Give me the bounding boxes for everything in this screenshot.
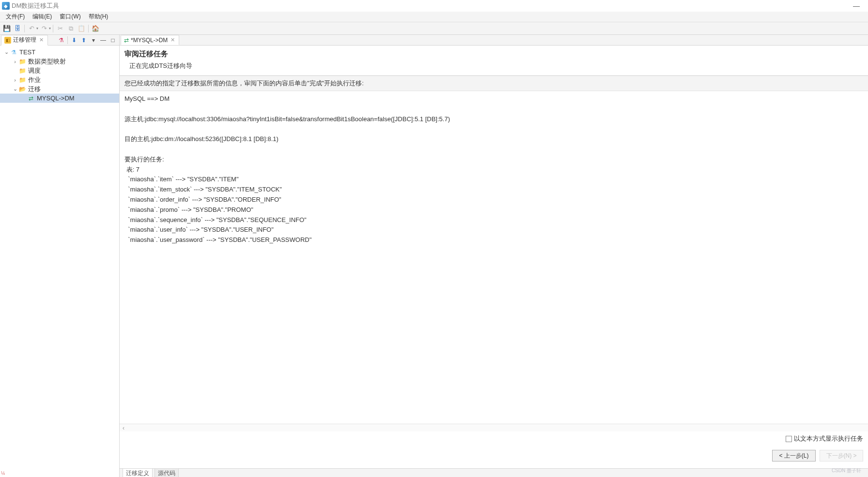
expand-icon[interactable]: › — [12, 59, 18, 64]
scroll-left-icon[interactable]: ‹ — [120, 425, 127, 431]
home-icon[interactable]: 🏠 — [91, 24, 100, 33]
app-icon: ◆ — [2, 2, 10, 10]
info-message: 您已经成功的指定了迁移数据所需的信息，审阅下面的内容后单击"完成"开始执行迁移: — [120, 76, 868, 91]
migration-manager-icon: ◧ — [4, 37, 11, 44]
collapse-icon[interactable]: ⌄ — [3, 49, 10, 55]
save-all-icon[interactable]: 🗄 — [13, 24, 22, 33]
title-bar: ◆ DM数据迁移工具 — — [0, 0, 868, 12]
tree-label: TEST — [19, 48, 35, 56]
copy-icon: ⧉ — [66, 24, 76, 33]
sidebar: ◧ 迁移管理 ✕ ⚗ ⬇ ⬆ ▾ — □ ⌄ ⚗ TEST › 📁 — [0, 35, 120, 477]
tree-node-migration[interactable]: ⌄ 📂 迁移 — [0, 84, 119, 94]
tree-node-mapping[interactable]: › 📁 数据类型映射 — [0, 57, 119, 66]
options-row: 以文本方式显示执行任务 — [120, 431, 868, 446]
bottom-tabs: 迁移定义 源代码 — [120, 468, 868, 477]
folder-icon: 📁 — [18, 76, 26, 84]
tree-node-jobs[interactable]: › 📁 作业 — [0, 75, 119, 84]
separator-icon — [53, 25, 53, 32]
tree-label: MYSQL->DM — [37, 95, 75, 102]
content-area: ⇄ *MYSQL->DM ✕ 审阅迁移任务 正在完成DTS迁移向导 您已经成功的… — [120, 35, 868, 477]
sidebar-tools: ⚗ ⬇ ⬆ ▾ — □ — [48, 36, 118, 45]
tree-label: 数据类型映射 — [28, 57, 66, 66]
checkbox-label: 以文本方式显示执行任务 — [794, 434, 863, 443]
tree-label: 作业 — [28, 76, 41, 84]
toolbar: 💾 🗄 ↶▾ ↷▾ ✂ ⧉ 📋 🏠 — [0, 22, 868, 35]
import-icon[interactable]: ⬇ — [70, 36, 78, 45]
tree-node-mysql-dm[interactable]: ⇄ MYSQL->DM — [0, 94, 119, 103]
page-header: 审阅迁移任务 正在完成DTS迁移向导 — [120, 46, 868, 76]
sidebar-tab-header: ◧ 迁移管理 ✕ ⚗ ⬇ ⬆ ▾ — □ — [0, 35, 119, 46]
tree-label: 迁移 — [28, 85, 41, 94]
page-subtitle: 正在完成DTS迁移向导 — [124, 62, 863, 70]
minimize-button[interactable]: — — [847, 0, 866, 11]
tree-node-schedule[interactable]: 📁 调度 — [0, 66, 119, 75]
separator-icon — [67, 36, 68, 44]
menu-edit[interactable]: 编辑(E) — [29, 12, 56, 22]
close-icon[interactable]: ✕ — [170, 37, 176, 43]
wizard-buttons: < 上一步(L) 下一步(N) > — [120, 446, 868, 468]
menu-window[interactable]: 窗口(W) — [56, 12, 84, 22]
prev-button[interactable]: < 上一步(L) — [772, 450, 816, 461]
tree-node-root[interactable]: ⌄ ⚗ TEST — [0, 48, 119, 57]
folder-icon: 📁 — [18, 58, 26, 65]
next-button: 下一步(N) > — [820, 450, 863, 461]
corner-mark: ¼ — [1, 471, 5, 476]
migration-icon: ⇄ — [27, 95, 35, 102]
editor-tab-active[interactable]: ⇄ *MYSQL->DM ✕ — [121, 35, 179, 45]
paste-icon: 📋 — [77, 24, 86, 33]
horizontal-scrollbar[interactable]: ‹ — [120, 424, 868, 431]
text-mode-checkbox[interactable]: 以文本方式显示执行任务 — [786, 434, 863, 443]
cut-icon: ✂ — [55, 24, 65, 33]
menu-bar: 文件(F) 编辑(E) 窗口(W) 帮助(H) — [0, 12, 868, 22]
project-icon: ⚗ — [10, 48, 17, 56]
review-body: MySQL ==> DM 源主机:jdbc:mysql://localhost:… — [120, 91, 868, 424]
window-title: DM数据迁移工具 — [12, 1, 59, 10]
folder-open-icon: 📂 — [18, 85, 26, 93]
minimize-panel-icon[interactable]: — — [99, 36, 108, 45]
menu-file[interactable]: 文件(F) — [2, 12, 29, 22]
menu-help[interactable]: 帮助(H) — [85, 12, 112, 22]
export-icon[interactable]: ⬆ — [79, 36, 88, 45]
editor-tabs: ⇄ *MYSQL->DM ✕ — [120, 35, 868, 46]
page-title: 审阅迁移任务 — [124, 49, 863, 59]
migration-icon: ⇄ — [124, 37, 129, 44]
sidebar-tab[interactable]: ◧ 迁移管理 ✕ — [1, 35, 48, 46]
checkbox-icon[interactable] — [786, 436, 792, 442]
tree-label: 调度 — [28, 66, 41, 75]
separator-icon — [24, 25, 25, 32]
redo-icon: ↷ — [39, 24, 49, 33]
connect-icon[interactable]: ⚗ — [57, 36, 65, 45]
maximize-panel-icon[interactable]: □ — [108, 36, 117, 45]
separator-icon — [88, 25, 89, 32]
close-icon[interactable]: ✕ — [38, 37, 45, 43]
expand-icon[interactable]: › — [12, 77, 18, 83]
folder-icon: 📁 — [18, 67, 26, 75]
undo-icon: ↶ — [27, 24, 36, 33]
collapse-icon[interactable]: ⌄ — [12, 86, 18, 92]
save-icon[interactable]: 💾 — [2, 24, 12, 33]
tab-migration-definition[interactable]: 迁移定义 — [123, 469, 153, 477]
view-menu-icon[interactable]: ▾ — [89, 36, 98, 45]
sidebar-tab-label: 迁移管理 — [13, 36, 36, 44]
editor-tab-label: *MYSQL->DM — [131, 37, 168, 44]
tab-source-code[interactable]: 源代码 — [155, 469, 179, 477]
tree[interactable]: ⌄ ⚗ TEST › 📁 数据类型映射 📁 调度 › 📁 作业 ⌄ 📂 — [0, 46, 119, 477]
